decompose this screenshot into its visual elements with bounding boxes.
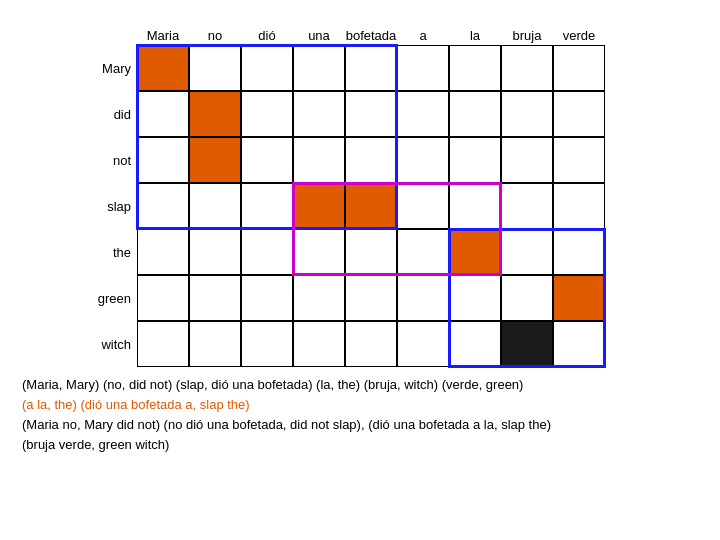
bottom-line: (Maria no, Mary did not) (no dió una bof…: [22, 415, 698, 435]
cell-4-2: [241, 229, 293, 275]
cell-3-6: [449, 183, 501, 229]
col-header-7: bruja: [501, 28, 553, 45]
cell-0-6: [449, 45, 501, 91]
cell-3-8: [553, 183, 605, 229]
cell-2-8: [553, 137, 605, 183]
cell-2-0: [137, 137, 189, 183]
col-header-4: bofetada: [345, 28, 397, 45]
grid-row-0: Mary: [82, 45, 605, 91]
cell-5-0: [137, 275, 189, 321]
cell-0-8: [553, 45, 605, 91]
cell-1-3: [293, 91, 345, 137]
cell-4-5: [397, 229, 449, 275]
cell-3-3: [293, 183, 345, 229]
cell-6-1: [189, 321, 241, 367]
cell-6-3: [293, 321, 345, 367]
cell-6-6: [449, 321, 501, 367]
grid-row-5: green: [82, 275, 605, 321]
cell-2-2: [241, 137, 293, 183]
cell-5-2: [241, 275, 293, 321]
cell-0-2: [241, 45, 293, 91]
cell-3-4: [345, 183, 397, 229]
cell-6-2: [241, 321, 293, 367]
cell-1-0: [137, 91, 189, 137]
col-header-8: verde: [553, 28, 605, 45]
cell-6-4: [345, 321, 397, 367]
cell-4-3: [293, 229, 345, 275]
cell-6-8: [553, 321, 605, 367]
grid-row-1: did: [82, 91, 605, 137]
cell-5-4: [345, 275, 397, 321]
cell-4-8: [553, 229, 605, 275]
col-header-5: a: [397, 28, 449, 45]
cell-4-7: [501, 229, 553, 275]
cell-1-6: [449, 91, 501, 137]
cell-2-5: [397, 137, 449, 183]
cell-1-1: [189, 91, 241, 137]
cell-3-0: [137, 183, 189, 229]
cell-1-8: [553, 91, 605, 137]
cell-0-4: [345, 45, 397, 91]
cell-2-6: [449, 137, 501, 183]
cell-1-7: [501, 91, 553, 137]
row-label-3: slap: [82, 199, 137, 214]
grid-row-6: witch: [82, 321, 605, 367]
grid-wrapper: Marydidnotslapthegreenwitch: [82, 45, 605, 367]
cell-6-5: [397, 321, 449, 367]
grid-row-2: not: [82, 137, 605, 183]
grid-section: Marianodióunabofetadaalabrujaverde Maryd…: [82, 28, 698, 367]
grid-row-3: slap: [82, 183, 605, 229]
grid-row-4: the: [82, 229, 605, 275]
cell-1-2: [241, 91, 293, 137]
cell-5-8: [553, 275, 605, 321]
cell-6-7: [501, 321, 553, 367]
cell-3-1: [189, 183, 241, 229]
cell-4-4: [345, 229, 397, 275]
cell-3-5: [397, 183, 449, 229]
cell-6-0: [137, 321, 189, 367]
bottom-line: (bruja verde, green witch): [22, 435, 698, 455]
col-headers: Marianodióunabofetadaalabrujaverde: [82, 28, 605, 45]
row-label-1: did: [82, 107, 137, 122]
row-label-2: not: [82, 153, 137, 168]
cell-5-7: [501, 275, 553, 321]
cell-4-0: [137, 229, 189, 275]
cell-0-7: [501, 45, 553, 91]
cell-2-3: [293, 137, 345, 183]
col-header-6: la: [449, 28, 501, 45]
cell-4-1: [189, 229, 241, 275]
cell-5-1: [189, 275, 241, 321]
cell-2-1: [189, 137, 241, 183]
row-label-4: the: [82, 245, 137, 260]
cell-0-1: [189, 45, 241, 91]
col-header-0: Maria: [137, 28, 189, 45]
cell-0-5: [397, 45, 449, 91]
cell-4-6: [449, 229, 501, 275]
cell-5-5: [397, 275, 449, 321]
cell-2-7: [501, 137, 553, 183]
cell-2-4: [345, 137, 397, 183]
row-label-0: Mary: [82, 61, 137, 76]
cell-0-3: [293, 45, 345, 91]
bottom-text: (Maria, Mary) (no, did not) (slap, dió u…: [22, 375, 698, 456]
cell-3-2: [241, 183, 293, 229]
page: Marianodióunabofetadaalabrujaverde Maryd…: [0, 0, 720, 470]
col-header-1: no: [189, 28, 241, 45]
cell-1-4: [345, 91, 397, 137]
col-header-2: dió: [241, 28, 293, 45]
cell-1-5: [397, 91, 449, 137]
cell-5-3: [293, 275, 345, 321]
row-label-6: witch: [82, 337, 137, 352]
cell-3-7: [501, 183, 553, 229]
bottom-line: (a la, the) (dió una bofetada a, slap th…: [22, 395, 698, 415]
col-header-3: una: [293, 28, 345, 45]
cell-0-0: [137, 45, 189, 91]
cell-5-6: [449, 275, 501, 321]
row-label-5: green: [82, 291, 137, 306]
bottom-line: (Maria, Mary) (no, did not) (slap, dió u…: [22, 375, 698, 395]
